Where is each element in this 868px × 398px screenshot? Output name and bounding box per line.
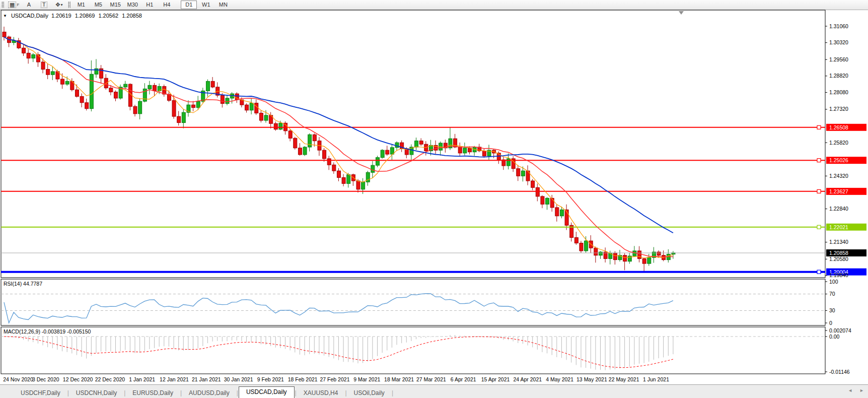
candle-body[interactable] bbox=[32, 54, 35, 58]
candle-body[interactable] bbox=[541, 196, 544, 204]
candle-body[interactable] bbox=[415, 141, 418, 147]
candle-body[interactable] bbox=[294, 138, 297, 148]
tab-usdchf-daily[interactable]: USDCHF,Daily bbox=[14, 388, 67, 398]
main-chart-panel[interactable] bbox=[1, 10, 825, 278]
candle-body[interactable] bbox=[642, 258, 646, 263]
candle-body[interactable] bbox=[381, 150, 384, 158]
candle-body[interactable] bbox=[647, 257, 651, 263]
candle-body[interactable] bbox=[531, 181, 535, 187]
rsi-panel[interactable] bbox=[1, 279, 825, 325]
candle-body[interactable] bbox=[85, 103, 89, 109]
candle-body[interactable] bbox=[196, 101, 200, 107]
candle-body[interactable] bbox=[298, 148, 302, 155]
candle-body[interactable] bbox=[41, 62, 45, 70]
candle-body[interactable] bbox=[594, 248, 598, 255]
timeframe-button-W1[interactable]: W1 bbox=[198, 1, 214, 9]
text-label-a-icon[interactable]: A bbox=[22, 1, 36, 9]
candle-body[interactable] bbox=[177, 116, 181, 122]
candle-body[interactable] bbox=[550, 198, 554, 208]
candle-body[interactable] bbox=[599, 252, 602, 255]
candle-body[interactable] bbox=[133, 106, 137, 114]
candle-body[interactable] bbox=[3, 32, 6, 37]
candle-body[interactable] bbox=[211, 81, 214, 87]
candle-body[interactable] bbox=[356, 181, 360, 189]
hline-handle[interactable] bbox=[817, 125, 821, 129]
candle-body[interactable] bbox=[255, 103, 258, 113]
candle-body[interactable] bbox=[623, 255, 627, 261]
timeframe-button-M5[interactable]: M5 bbox=[90, 1, 106, 9]
draw-objects-icon[interactable]: ✥▾ bbox=[52, 1, 66, 9]
candle-body[interactable] bbox=[138, 101, 142, 114]
candle-body[interactable] bbox=[192, 105, 195, 107]
candle-body[interactable] bbox=[128, 84, 132, 106]
candle-body[interactable] bbox=[313, 135, 316, 141]
candle-body[interactable] bbox=[458, 147, 462, 153]
candle-body[interactable] bbox=[274, 123, 277, 129]
chart-canvas[interactable]: 1.265081.250261.236271.220211.200041.208… bbox=[0, 10, 868, 384]
candle-body[interactable] bbox=[517, 169, 520, 176]
candle-body[interactable] bbox=[61, 79, 64, 84]
snap-grid-f-icon[interactable]: ▦F bbox=[7, 1, 21, 9]
tab-audusd-daily[interactable]: AUDUSD,Daily bbox=[182, 388, 236, 398]
candle-body[interactable] bbox=[560, 210, 563, 216]
candle-body[interactable] bbox=[638, 251, 641, 258]
tab-eurusd-daily[interactable]: EURUSD,Daily bbox=[126, 388, 180, 398]
candle-body[interactable] bbox=[536, 187, 539, 196]
candle-body[interactable] bbox=[361, 182, 365, 189]
candle-body[interactable] bbox=[90, 74, 93, 108]
candle-body[interactable] bbox=[46, 70, 50, 75]
candle-body[interactable] bbox=[463, 148, 467, 153]
candle-body[interactable] bbox=[546, 198, 549, 204]
timeframe-button-M1[interactable]: M1 bbox=[73, 1, 89, 9]
candle-body[interactable] bbox=[555, 208, 559, 216]
tab-xauusd-h4[interactable]: XAUUSD,H4 bbox=[297, 388, 345, 398]
candle-body[interactable] bbox=[371, 165, 375, 172]
candle-body[interactable] bbox=[250, 103, 253, 110]
tab-scroll-left-icon[interactable]: ◄ bbox=[848, 388, 852, 393]
candle-body[interactable] bbox=[288, 131, 292, 139]
candle-body[interactable] bbox=[419, 141, 423, 145]
timeframe-button-D1[interactable]: D1 bbox=[181, 1, 197, 9]
candle-body[interactable] bbox=[585, 241, 588, 251]
tab-usdcnh-daily[interactable]: USDCNH,Daily bbox=[69, 388, 123, 398]
candle-body[interactable] bbox=[613, 253, 617, 259]
candle-body[interactable] bbox=[264, 115, 268, 120]
candle-body[interactable] bbox=[124, 84, 127, 87]
candle-body[interactable] bbox=[323, 150, 326, 159]
timeframe-button-M15[interactable]: M15 bbox=[107, 1, 123, 9]
candle-body[interactable] bbox=[51, 72, 54, 75]
tab-usdcad-daily[interactable]: USDCAD,Daily bbox=[239, 386, 295, 398]
candle-body[interactable] bbox=[114, 92, 117, 98]
candle-body[interactable] bbox=[80, 96, 84, 102]
timeframe-button-M30[interactable]: M30 bbox=[124, 1, 140, 9]
toolbar-grip[interactable] bbox=[68, 2, 70, 8]
toolbar-grip[interactable] bbox=[2, 2, 4, 8]
candle-body[interactable] bbox=[337, 171, 340, 177]
timeframe-button-H4[interactable]: H4 bbox=[159, 1, 175, 9]
candle-body[interactable] bbox=[332, 165, 336, 171]
candle-body[interactable] bbox=[27, 53, 30, 58]
candle-body[interactable] bbox=[386, 150, 389, 154]
candle-body[interactable] bbox=[347, 175, 350, 184]
hline-handle[interactable] bbox=[817, 270, 821, 274]
candle-body[interactable] bbox=[279, 123, 282, 129]
text-box-t-icon[interactable]: T bbox=[37, 1, 51, 9]
candle-body[interactable] bbox=[148, 85, 152, 89]
candle-body[interactable] bbox=[521, 171, 525, 176]
chart-menu-icon[interactable]: ▼ bbox=[3, 14, 7, 18]
candle-body[interactable] bbox=[657, 252, 661, 255]
candle-body[interactable] bbox=[342, 177, 345, 183]
candle-body[interactable] bbox=[22, 48, 26, 53]
candle-body[interactable] bbox=[327, 159, 331, 165]
candle-body[interactable] bbox=[580, 243, 583, 251]
candle-body[interactable] bbox=[75, 90, 79, 96]
candle-body[interactable] bbox=[226, 98, 229, 104]
candle-body[interactable] bbox=[507, 159, 511, 166]
tab-scroll-right-icon[interactable]: ► bbox=[859, 388, 864, 393]
candle-body[interactable] bbox=[482, 151, 486, 156]
hline-handle[interactable] bbox=[817, 189, 821, 193]
candle-body[interactable] bbox=[65, 81, 69, 84]
hline-handle[interactable] bbox=[817, 225, 821, 229]
candle-body[interactable] bbox=[182, 112, 185, 122]
candle-body[interactable] bbox=[308, 135, 312, 147]
